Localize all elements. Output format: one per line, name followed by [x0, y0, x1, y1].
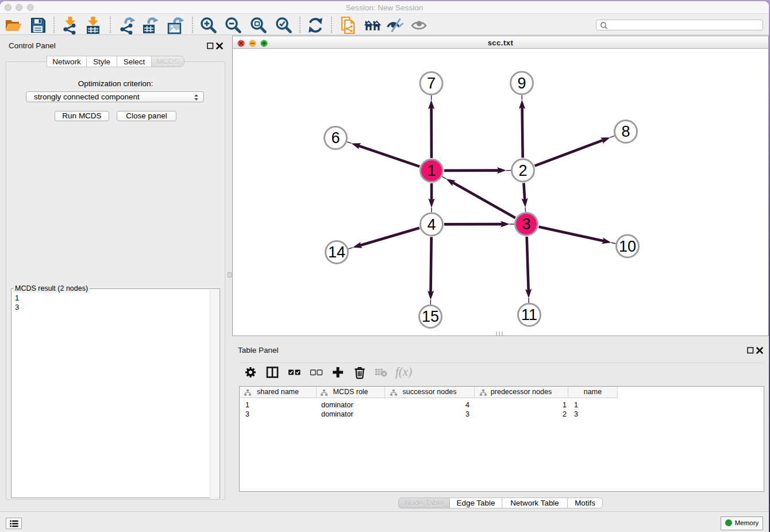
svg-text:2: 2 [518, 162, 527, 179]
svg-text:4: 4 [427, 216, 436, 233]
svg-text:14: 14 [328, 244, 345, 261]
svg-text:9: 9 [517, 75, 526, 92]
svg-text:1: 1 [427, 162, 436, 179]
svg-text:10: 10 [619, 238, 636, 255]
svg-text:15: 15 [422, 308, 439, 325]
svg-text:3: 3 [522, 215, 530, 233]
svg-text:8: 8 [621, 123, 630, 140]
svg-text:6: 6 [331, 129, 340, 147]
svg-text:7: 7 [427, 75, 436, 92]
svg-text:11: 11 [521, 306, 537, 323]
